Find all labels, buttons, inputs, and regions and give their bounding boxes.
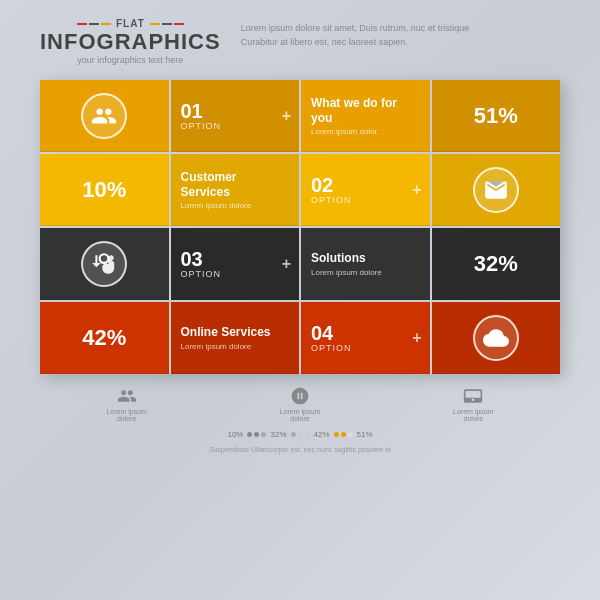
cloud-svg	[483, 325, 509, 351]
hand-icon	[81, 241, 127, 287]
mail-svg	[483, 177, 509, 203]
prog-val-4: 51%	[357, 430, 373, 439]
header-right: Lorem ipsum dolore sit amet, Duis rutrum…	[241, 18, 560, 49]
plus-3: +	[282, 255, 291, 273]
cell-r4c3: 04 OPTION +	[301, 302, 430, 374]
cell-r4c4	[432, 302, 561, 374]
flat-label: FLAT	[77, 18, 184, 29]
plus-4: +	[412, 329, 421, 347]
prog-val-2: 32%	[270, 430, 286, 439]
footer-caption: Suspendisse Ullamcorper est, nec nunc sa…	[40, 446, 560, 453]
prog-val-3: 42%	[314, 430, 330, 439]
header: FLAT INFOGRAPHICS your infographics text…	[0, 0, 600, 75]
plus-1: +	[282, 107, 291, 125]
footer-tablet-svg	[463, 386, 483, 406]
desc-title-4: Online Services	[181, 325, 271, 339]
header-description: Lorem ipsum dolore sit amet, Duis rutrum…	[241, 22, 560, 49]
header-left: FLAT INFOGRAPHICS your infographics text…	[40, 18, 221, 65]
footer-icon-drop: Lorem ipsumdolore	[280, 386, 320, 422]
desc-sub-2: Lorem ipsum dolore	[181, 201, 252, 210]
footer-icon-people: Lorem ipsumdolore	[106, 386, 146, 422]
cell-r4c2: Online Services Lorem ipsum dolore	[171, 302, 300, 374]
desc-sub-4: Lorem ipsum dolore	[181, 342, 252, 351]
percent-1: 51%	[474, 103, 518, 129]
cell-r1c3: What we do for you Lorem ipsum dolor	[301, 80, 430, 152]
footer-drop-svg	[290, 386, 310, 406]
cell-r3c3: Solutions Lorem ipsum dolore	[301, 228, 430, 300]
cell-r1c2: 01 OPTION +	[171, 80, 300, 152]
option-label-1: OPTION	[181, 121, 222, 131]
option-label-2: OPTION	[311, 195, 352, 205]
prog-dots-2	[291, 432, 310, 437]
subtitle-text: your infographics text here	[77, 55, 183, 65]
footer-icons: Lorem ipsumdolore Lorem ipsumdolore Lore…	[40, 386, 560, 422]
prog-dots-3	[334, 432, 353, 437]
people-icon	[81, 93, 127, 139]
title-text: INFOGRAPHICS	[40, 31, 221, 53]
cell-r1c1	[40, 80, 169, 152]
mail-icon	[473, 167, 519, 213]
footer-icon-label-1: Lorem ipsumdolore	[106, 408, 146, 422]
footer-people-svg	[117, 386, 137, 406]
option-label-4: OPTION	[311, 343, 352, 353]
dash-line-right	[150, 23, 184, 25]
percent-4: 42%	[82, 325, 126, 351]
cell-r3c4: 32%	[432, 228, 561, 300]
cell-r2c1: 10%	[40, 154, 169, 226]
progress-bar-row: 10% 32% 42% 51%	[40, 428, 560, 441]
option-number-2: 02	[311, 175, 333, 195]
prog-val-1: 10%	[227, 430, 243, 439]
desc-title-3: Solutions	[311, 251, 366, 265]
cell-r3c1	[40, 228, 169, 300]
cell-r2c4	[432, 154, 561, 226]
plus-2: +	[412, 181, 421, 199]
cell-r2c3: 02 OPTION +	[301, 154, 430, 226]
desc-sub-3: Lorem ipsum dolore	[311, 268, 382, 277]
footer-icon-label-2: Lorem ipsumdolore	[280, 408, 320, 422]
cell-r2c2: Customer Services Lorem ipsum dolore	[171, 154, 300, 226]
footer-icon-tablet: Lorem ipsumdolore	[453, 386, 493, 422]
option-number-4: 04	[311, 323, 333, 343]
prog-dots-1	[247, 432, 266, 437]
option-label-3: OPTION	[181, 269, 222, 279]
cell-r4c1: 42%	[40, 302, 169, 374]
option-number-1: 01	[181, 101, 203, 121]
percent-2: 10%	[82, 177, 126, 203]
desc-title-2: Customer Services	[181, 170, 290, 199]
hand-svg	[91, 251, 117, 277]
option-number-3: 03	[181, 249, 203, 269]
footer: Lorem ipsumdolore Lorem ipsumdolore Lore…	[40, 386, 560, 453]
cell-r3c2: 03 OPTION +	[171, 228, 300, 300]
desc-title-1: What we do for you	[311, 96, 420, 125]
footer-icon-label-3: Lorem ipsumdolore	[453, 408, 493, 422]
percent-3: 32%	[474, 251, 518, 277]
people-svg	[91, 103, 117, 129]
dash-line-left	[77, 23, 111, 25]
cloud-icon	[473, 315, 519, 361]
brand-text: FLAT	[116, 18, 145, 29]
cell-r1c4: 51%	[432, 80, 561, 152]
infographic-grid: 01 OPTION + What we do for you Lorem ips…	[40, 80, 560, 374]
desc-sub-1: Lorem ipsum dolor	[311, 127, 377, 136]
